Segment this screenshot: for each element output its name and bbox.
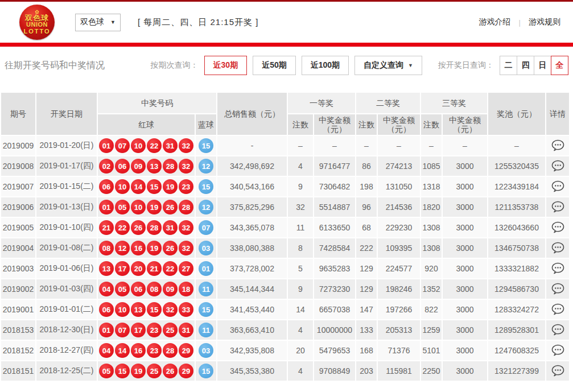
detail-comment-icon: [551, 221, 564, 233]
detail-button[interactable]: [549, 200, 567, 214]
red-ball: 04: [99, 282, 114, 296]
detail-cell: [546, 197, 570, 217]
day-filter-button[interactable]: 四: [517, 56, 534, 75]
blue-ball-cell: 15: [195, 176, 217, 197]
date-cell: 2018-12-27(四): [36, 340, 97, 361]
detail-button[interactable]: [549, 364, 567, 378]
red-ball: 04: [99, 343, 114, 358]
col-header-first-prize: 一等奖: [287, 92, 356, 114]
chevron-down-icon: ▼: [408, 63, 413, 68]
table-row: 20190042019-01-08(二)08121619263203338,08…: [1, 238, 570, 258]
table-row: 20190052019-01-10(四)21222628313207343,36…: [1, 217, 570, 238]
results-tbody: 20190092019-01-20(日)01071022313215-–––––…: [1, 135, 570, 381]
results-table-wrap: 期号 开奖日期 中奖号码 总销售额（元） 一等奖 二等奖 三等奖 奖池（元） 详…: [0, 84, 573, 382]
red-ball: 31: [179, 323, 193, 337]
table-row: 20190062019-01-13(日)01051019262812375,82…: [1, 197, 570, 217]
blue-ball-cell: 15: [195, 135, 217, 156]
red-ball: 26: [163, 364, 178, 378]
second-prize-count-cell: 129: [356, 258, 377, 279]
table-row: 20190092019-01-20(日)01071022313215-–––––…: [1, 135, 570, 156]
col-header-third-amount: 中奖金额（元）: [442, 114, 488, 135]
detail-button[interactable]: [549, 179, 567, 193]
red-ball: 15: [115, 364, 130, 378]
first-prize-count-cell: 9: [287, 279, 314, 299]
first-prize-amount-cell: 5479653: [314, 340, 356, 361]
sales-cell: 342,498,692: [217, 156, 287, 176]
red-ball: 09: [131, 159, 146, 174]
second-prize-amount-cell: 109395: [377, 238, 421, 258]
red-ball: 10: [131, 200, 146, 214]
period-filter-button[interactable]: 近50期: [253, 56, 296, 75]
period-filter-button[interactable]: 近100期: [302, 56, 349, 75]
second-prize-amount-cell: 274213: [377, 156, 421, 176]
first-prize-count-cell: 4: [287, 156, 314, 176]
sales-cell: 341,453,440: [217, 299, 287, 320]
third-prize-amount-cell: 3000: [442, 217, 488, 238]
red-ball: 33: [179, 302, 193, 317]
detail-button[interactable]: [549, 302, 567, 316]
detail-comment-icon: [551, 303, 564, 315]
third-prize-count-cell: 1259: [421, 320, 442, 340]
detail-cell: [546, 258, 570, 279]
red-ball: 05: [115, 200, 130, 214]
sales-cell: 373,728,002: [217, 258, 287, 279]
day-filter-button[interactable]: 日: [534, 56, 551, 75]
query-bar: 往期开奖号码和中奖情况 按期次查询： 近30期近50期近100期自定义查询▼ 按…: [0, 47, 573, 84]
table-row: 20181522018-12-27(四)04141623282903342,93…: [1, 340, 570, 361]
red-ball: 06: [131, 282, 146, 296]
red-ball: 19: [147, 200, 162, 214]
detail-button[interactable]: [549, 343, 567, 357]
detail-button[interactable]: [549, 159, 567, 173]
third-prize-count-cell: 1820: [421, 197, 442, 217]
period-filter-button[interactable]: 自定义查询▼: [354, 56, 422, 75]
blue-ball: 12: [199, 200, 213, 214]
detail-button[interactable]: [549, 323, 567, 337]
red-balls-cell: 061014151923: [97, 176, 195, 197]
game-rules-link[interactable]: 游戏规则: [529, 17, 560, 27]
pool-cell: 1289528301: [488, 320, 546, 340]
red-ball: 16: [131, 343, 146, 358]
table-row: 20190082019-01-17(四)02060913283212342,49…: [1, 156, 570, 176]
red-ball: 10: [115, 179, 130, 194]
logo-text-lotto: LOTTO: [23, 28, 50, 35]
red-ball: 27: [179, 261, 193, 276]
red-ball: 06: [99, 302, 114, 317]
second-prize-count-cell: 129: [356, 279, 377, 299]
detail-comment-icon: [551, 139, 564, 151]
game-intro-link[interactable]: 游戏介绍: [479, 17, 511, 27]
blue-ball-cell: 15: [195, 361, 217, 381]
detail-button[interactable]: [549, 138, 567, 152]
detail-button[interactable]: [549, 261, 567, 275]
first-prize-amount-cell: 9635283: [314, 258, 356, 279]
pool-cell: –: [488, 135, 546, 156]
day-filter-button[interactable]: 二: [500, 56, 517, 75]
second-prize-count-cell: 96: [356, 197, 377, 217]
third-prize-amount-cell: 3000: [442, 238, 488, 258]
period-cell: 2018152: [1, 340, 36, 361]
detail-button[interactable]: [549, 282, 567, 296]
pool-cell: 1326043660: [488, 217, 546, 238]
third-prize-count-cell: 1352: [421, 279, 442, 299]
detail-button[interactable]: [549, 241, 567, 255]
detail-comment-icon: [551, 242, 564, 254]
third-prize-amount-cell: 3000: [442, 197, 488, 217]
red-ball: 07: [115, 323, 130, 337]
period-cell: 2019003: [1, 258, 36, 279]
red-ball: 07: [115, 138, 130, 153]
game-select-value: 双色球: [80, 17, 104, 27]
period-filter-button[interactable]: 近30期: [204, 56, 248, 75]
red-ball: 28: [163, 159, 178, 174]
day-filter-button[interactable]: 全: [551, 56, 568, 75]
second-prize-amount-cell: 131050: [377, 176, 421, 197]
red-ball: 06: [115, 159, 130, 174]
second-prize-count-cell: 222: [356, 238, 377, 258]
detail-cell: [546, 340, 570, 361]
game-select-dropdown[interactable]: 双色球 ▼: [75, 14, 121, 31]
third-prize-count-cell: 1308: [421, 217, 442, 238]
detail-cell: [546, 279, 570, 299]
blue-ball: 01: [199, 261, 213, 276]
second-prize-amount-cell: 71376: [377, 340, 421, 361]
detail-button[interactable]: [549, 220, 567, 234]
period-cell: 2019004: [1, 238, 36, 258]
first-prize-count-cell: 11: [287, 217, 314, 238]
